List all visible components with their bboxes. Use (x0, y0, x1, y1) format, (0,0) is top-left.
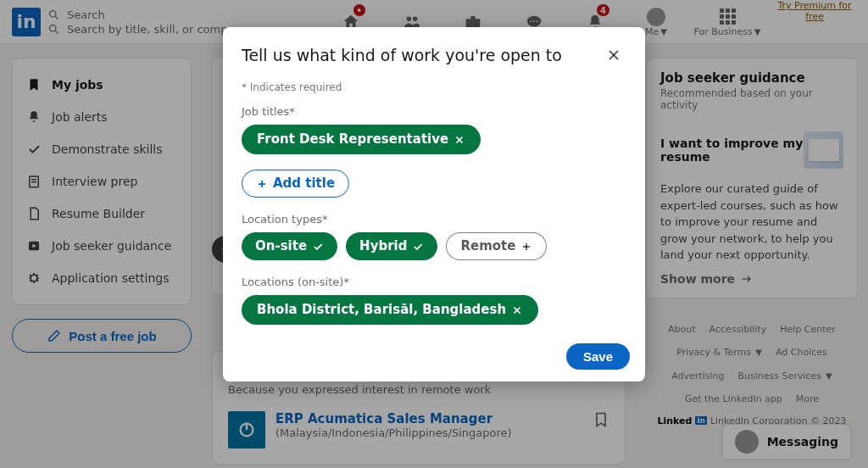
add-title-label: Add title (273, 177, 335, 190)
check-icon (312, 241, 324, 253)
close-icon (453, 134, 465, 146)
chip-label: Hybrid (359, 240, 407, 253)
locations-label: Locations (on-site)* (242, 276, 626, 288)
required-hint: * Indicates required (242, 81, 626, 93)
check-icon (412, 241, 424, 253)
chip-label: Front Desk Representative (257, 133, 448, 146)
save-button[interactable]: Save (566, 343, 630, 370)
add-title-button[interactable]: Add title (242, 170, 349, 198)
chip-label: On-site (255, 240, 307, 253)
job-title-chip[interactable]: Front Desk Representative (242, 125, 481, 154)
chip-label: Remote (460, 240, 515, 253)
close-icon (605, 47, 622, 64)
plus-icon (520, 241, 532, 253)
location-chip[interactable]: Bhola District, Barisāl, Bangladesh (242, 295, 538, 325)
close-button[interactable] (601, 42, 626, 68)
location-types-label: Location types* (242, 213, 626, 226)
chip-label: Bhola District, Barisāl, Bangladesh (257, 304, 506, 316)
work-preferences-modal: Tell us what kind of work you're open to… (223, 27, 645, 382)
job-titles-label: Job titles* (242, 105, 626, 118)
location-type-hybrid[interactable]: Hybrid (346, 232, 437, 260)
location-type-remote[interactable]: Remote (446, 232, 547, 260)
close-icon (511, 304, 523, 316)
plus-icon (256, 178, 268, 190)
modal-title: Tell us what kind of work you're open to (242, 46, 601, 64)
location-type-onsite[interactable]: On-site (242, 232, 337, 260)
